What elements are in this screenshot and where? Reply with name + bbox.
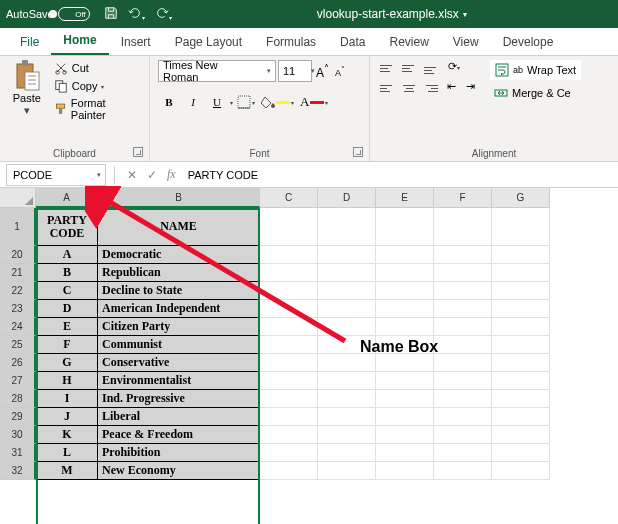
borders-button[interactable]: ▾ — [235, 95, 257, 109]
chevron-down-icon[interactable]: ▾ — [97, 171, 101, 179]
cell[interactable] — [260, 264, 318, 282]
cell[interactable]: B — [36, 264, 98, 282]
cell[interactable] — [318, 444, 376, 462]
format-painter-button[interactable]: Format Painter — [52, 96, 141, 122]
cell[interactable] — [260, 282, 318, 300]
col-header-e[interactable]: E — [376, 188, 434, 208]
orientation-icon[interactable]: ⟳▾ — [444, 60, 464, 76]
cell[interactable] — [260, 408, 318, 426]
row-header[interactable]: 29 — [0, 408, 36, 426]
cell[interactable]: Decline to State — [98, 282, 260, 300]
cell[interactable]: H — [36, 372, 98, 390]
cell[interactable] — [260, 426, 318, 444]
row-header[interactable]: 24 — [0, 318, 36, 336]
align-middle-icon[interactable] — [400, 60, 418, 76]
cell[interactable] — [492, 462, 550, 480]
cell[interactable] — [434, 264, 492, 282]
name-box[interactable]: PCODE▾ — [6, 164, 106, 186]
tab-data[interactable]: Data — [328, 31, 377, 55]
cell[interactable] — [434, 372, 492, 390]
cell[interactable] — [376, 408, 434, 426]
cell[interactable] — [434, 408, 492, 426]
col-header-b[interactable]: B — [98, 188, 260, 208]
worksheet-grid[interactable]: A B C D E F G 1PARTY CODENAME20ADemocrat… — [0, 188, 618, 480]
cut-button[interactable]: Cut — [52, 60, 141, 76]
cell[interactable]: L — [36, 444, 98, 462]
row-header[interactable]: 32 — [0, 462, 36, 480]
row-header[interactable]: 23 — [0, 300, 36, 318]
cell[interactable] — [434, 336, 492, 354]
cell[interactable] — [492, 264, 550, 282]
cell[interactable] — [492, 336, 550, 354]
cell[interactable] — [318, 246, 376, 264]
undo-icon[interactable]: ▾ — [128, 6, 145, 22]
cell[interactable] — [376, 246, 434, 264]
copy-button[interactable]: Copy▾ — [52, 78, 141, 94]
cell[interactable]: J — [36, 408, 98, 426]
row-header[interactable]: 1 — [0, 208, 36, 246]
cell[interactable] — [318, 354, 376, 372]
cell[interactable] — [318, 390, 376, 408]
cell[interactable] — [434, 354, 492, 372]
row-header[interactable]: 22 — [0, 282, 36, 300]
cell[interactable] — [376, 300, 434, 318]
cell[interactable] — [260, 372, 318, 390]
row-header[interactable]: 25 — [0, 336, 36, 354]
cell[interactable] — [318, 372, 376, 390]
cell[interactable] — [376, 208, 434, 246]
cell[interactable] — [376, 426, 434, 444]
font-size-select[interactable]: 11▾ — [278, 60, 312, 82]
cell[interactable] — [492, 354, 550, 372]
cell[interactable]: Ind. Progressive — [98, 390, 260, 408]
cell[interactable] — [318, 426, 376, 444]
cell[interactable] — [376, 462, 434, 480]
cell[interactable]: A — [36, 246, 98, 264]
tab-developer[interactable]: Develope — [491, 31, 566, 55]
cell[interactable] — [492, 282, 550, 300]
cell[interactable]: M — [36, 462, 98, 480]
insert-function-icon[interactable]: fx — [167, 167, 176, 182]
cell[interactable] — [492, 444, 550, 462]
cell[interactable]: Communist — [98, 336, 260, 354]
wrap-text-button[interactable]: abWrap Text — [490, 60, 581, 80]
decrease-font-icon[interactable]: A˅ — [333, 65, 347, 78]
cell[interactable]: I — [36, 390, 98, 408]
increase-font-icon[interactable]: A˄ — [314, 63, 331, 80]
tab-insert[interactable]: Insert — [109, 31, 163, 55]
cell[interactable] — [492, 390, 550, 408]
cell[interactable] — [434, 462, 492, 480]
align-top-icon[interactable] — [378, 60, 396, 76]
cell[interactable] — [434, 444, 492, 462]
cell[interactable] — [434, 390, 492, 408]
cell[interactable] — [260, 336, 318, 354]
filename[interactable]: vlookup-start-example.xlsx ▾ — [172, 7, 612, 21]
save-icon[interactable] — [104, 6, 118, 22]
cell[interactable]: New Economy — [98, 462, 260, 480]
cell[interactable]: Democratic — [98, 246, 260, 264]
tab-page-layout[interactable]: Page Layout — [163, 31, 254, 55]
cell[interactable] — [434, 426, 492, 444]
tab-formulas[interactable]: Formulas — [254, 31, 328, 55]
enter-icon[interactable]: ✓ — [147, 168, 157, 182]
select-all-corner[interactable] — [0, 188, 36, 208]
underline-button[interactable]: U — [206, 92, 228, 112]
align-center-icon[interactable] — [400, 80, 418, 96]
cell[interactable] — [492, 408, 550, 426]
cell[interactable] — [434, 282, 492, 300]
cell[interactable] — [434, 318, 492, 336]
cell[interactable] — [376, 282, 434, 300]
cell[interactable] — [318, 208, 376, 246]
cell[interactable] — [260, 462, 318, 480]
cell[interactable] — [376, 318, 434, 336]
cell[interactable] — [260, 208, 318, 246]
cell[interactable] — [260, 390, 318, 408]
bold-button[interactable]: B — [158, 92, 180, 112]
col-header-a[interactable]: A — [36, 188, 98, 208]
cell[interactable] — [376, 390, 434, 408]
row-header[interactable]: 31 — [0, 444, 36, 462]
row-header[interactable]: 26 — [0, 354, 36, 372]
cell[interactable] — [318, 264, 376, 282]
cell[interactable]: C — [36, 282, 98, 300]
cell[interactable]: NAME — [98, 208, 260, 246]
cell[interactable]: E — [36, 318, 98, 336]
